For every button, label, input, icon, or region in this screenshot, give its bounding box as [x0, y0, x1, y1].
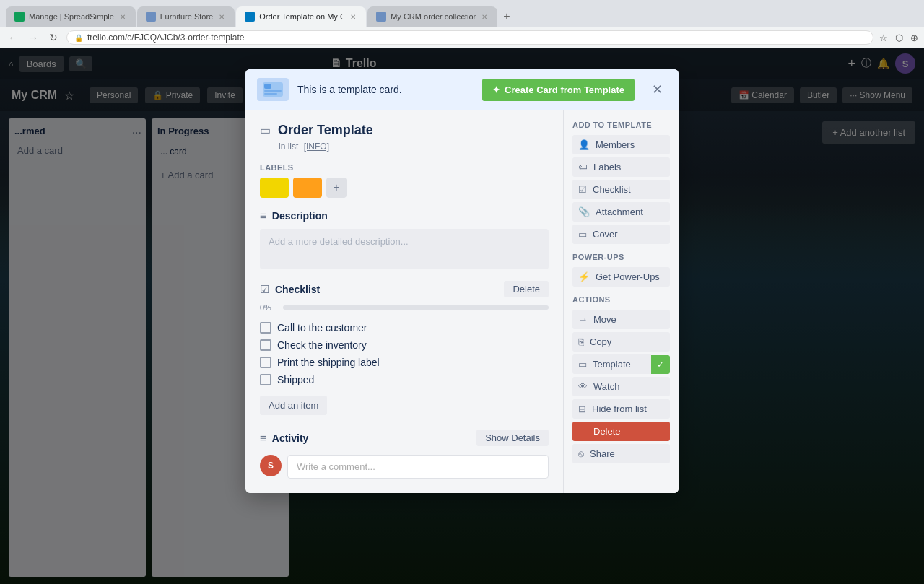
activity-icon: ≡: [260, 432, 266, 444]
checklist-section: ☑ Checklist Delete 0%: [260, 281, 549, 430]
tab-title-furniture: Furniture Store: [160, 12, 213, 21]
power-ups-label: POWER-UPS: [572, 253, 670, 261]
svg-rect-3: [264, 93, 277, 95]
create-card-from-template-button[interactable]: ✦ Create Card from Template: [482, 79, 635, 101]
activity-title-area: ≡ Activity: [260, 432, 308, 444]
checklist-title-area: ☑ Checklist: [260, 283, 320, 296]
tab-furniture[interactable]: Furniture Store ✕: [137, 6, 235, 27]
checklist-item: Check the inventory: [260, 336, 549, 354]
url-text: trello.com/c/FJCQAJCb/3-order-template: [87, 32, 244, 43]
chrome-nav-bar: ← → ↻ 🔒 trello.com/c/FJCQAJCb/3-order-te…: [0, 27, 924, 48]
tab-mycrm[interactable]: My CRM order collection | Inte ✕: [367, 6, 497, 27]
tab-close-order[interactable]: ✕: [349, 13, 357, 21]
template-banner-text: This is a template card.: [297, 84, 474, 95]
get-power-ups-label: Get Power-Ups: [596, 271, 660, 282]
members-label: Members: [596, 139, 635, 150]
tab-favicon-mycrm: [376, 12, 386, 22]
checkbox-2[interactable]: [260, 357, 271, 368]
hide-from-list-button[interactable]: ⊟ Hide from list: [572, 399, 670, 419]
description-section: ≡ Description Add a more detailed descri…: [260, 209, 549, 269]
labels-section-label: LABELS: [260, 163, 549, 172]
share-button[interactable]: ⎋ Share: [572, 444, 670, 463]
delete-button[interactable]: — Delete: [572, 422, 670, 441]
checklist-delete-button[interactable]: Delete: [504, 281, 549, 297]
template-btn-row: ▭ Template ✓: [572, 354, 670, 374]
extension-icon[interactable]: ⬡: [895, 32, 903, 43]
watch-icon: 👁: [578, 381, 588, 392]
checklist-header: ☑ Checklist Delete: [260, 281, 549, 297]
chrome-tabs: Manage | SpreadSimple ✕ Furniture Store …: [0, 0, 924, 27]
checklist-btn-icon: ☑: [578, 184, 587, 195]
tab-close-furniture[interactable]: ✕: [217, 13, 226, 21]
cover-button[interactable]: ▭ Cover: [572, 225, 670, 244]
create-card-label: Create Card from Template: [505, 84, 624, 95]
label-chip-orange[interactable]: [293, 178, 322, 198]
power-ups-icon: ⚡: [578, 271, 590, 282]
forward-button[interactable]: →: [26, 32, 40, 43]
activity-section: ≡ Activity Show Details S Write a commen…: [260, 430, 549, 479]
members-icon: 👤: [578, 139, 590, 150]
tab-title-mycrm: My CRM order collection | Inte: [391, 12, 476, 21]
template-btn-icon: ▭: [578, 359, 587, 370]
share-icon: ⎋: [578, 448, 584, 459]
show-details-button[interactable]: Show Details: [476, 430, 549, 446]
back-button[interactable]: ←: [6, 32, 20, 43]
template-button[interactable]: ▭ Template: [572, 354, 651, 374]
template-check-button[interactable]: ✓: [651, 355, 670, 374]
modal-sidebar: ADD TO TEMPLATE 👤 Members 🏷 Labels ☑ Che…: [563, 110, 679, 493]
address-bar[interactable]: 🔒 trello.com/c/FJCQAJCb/3-order-template: [66, 30, 873, 45]
description-icon: ≡: [260, 209, 266, 222]
profile-icon[interactable]: ⊕: [910, 32, 918, 43]
add-to-template-label: ADD TO TEMPLATE: [572, 121, 670, 129]
labels-label: Labels: [593, 162, 621, 173]
share-label: Share: [590, 448, 615, 459]
description-placeholder: Add a more detailed description...: [269, 236, 409, 247]
label-chip-yellow[interactable]: [260, 178, 289, 198]
comment-input[interactable]: Write a comment...: [287, 455, 549, 479]
comment-area: S Write a comment...: [260, 455, 549, 479]
tab-close-mycrm[interactable]: ✕: [480, 13, 489, 21]
watch-button[interactable]: 👁 Watch: [572, 377, 670, 396]
checklist-btn-label: Checklist: [593, 184, 631, 195]
modal-close-button[interactable]: ✕: [648, 82, 667, 97]
copy-button[interactable]: ⎘ Copy: [572, 332, 670, 352]
tab-spreadshare[interactable]: Manage | SpreadSimple ✕: [6, 6, 136, 27]
members-button[interactable]: 👤 Members: [572, 135, 670, 154]
tab-close-spreadshare[interactable]: ✕: [118, 13, 127, 21]
add-label-button[interactable]: +: [326, 178, 346, 198]
move-button[interactable]: → Move: [572, 310, 670, 329]
tab-order-template[interactable]: Order Template on My CRM | T ✕: [236, 6, 366, 27]
labels-icon: 🏷: [578, 162, 588, 173]
description-input[interactable]: Add a more detailed description...: [260, 229, 549, 269]
new-tab-button[interactable]: +: [499, 10, 514, 23]
progress-bar-background: [283, 305, 549, 310]
create-card-icon: ✦: [492, 84, 500, 95]
copy-icon: ⎘: [578, 336, 584, 347]
attachment-icon: 📎: [578, 206, 590, 217]
get-power-ups-button[interactable]: ⚡ Get Power-Ups: [572, 267, 670, 287]
attachment-label: Attachment: [596, 206, 643, 217]
lock-icon: 🔒: [74, 34, 83, 42]
checklist-item-text-0: Call to the customer: [277, 322, 367, 334]
checklist-button[interactable]: ☑ Checklist: [572, 180, 670, 199]
checkbox-1[interactable]: [260, 339, 271, 351]
checkbox-3[interactable]: [260, 374, 271, 385]
hide-icon: ⊟: [578, 404, 586, 414]
template-banner: This is a template card. ✦ Create Card f…: [245, 69, 679, 110]
cover-icon: ▭: [578, 229, 587, 240]
cover-label: Cover: [593, 229, 618, 240]
move-icon: →: [578, 314, 588, 325]
add-checklist-item-button[interactable]: Add an item: [260, 396, 327, 415]
watch-label: Watch: [593, 381, 619, 392]
labels-button[interactable]: 🏷 Labels: [572, 157, 670, 177]
checkbox-0[interactable]: [260, 322, 271, 334]
modal-overlay: This is a template card. ✦ Create Card f…: [0, 48, 924, 584]
modal-main-content: ▭ Order Template in list [INFO] LABELS +: [245, 110, 563, 493]
attachment-button[interactable]: 📎 Attachment: [572, 202, 670, 222]
bookmark-icon[interactable]: ☆: [879, 32, 888, 43]
move-label: Move: [593, 314, 616, 325]
list-link[interactable]: [INFO]: [304, 141, 329, 152]
card-title: Order Template: [278, 122, 373, 139]
checklist-item-text-3: Shipped: [277, 374, 314, 385]
refresh-button[interactable]: ↻: [46, 32, 61, 43]
